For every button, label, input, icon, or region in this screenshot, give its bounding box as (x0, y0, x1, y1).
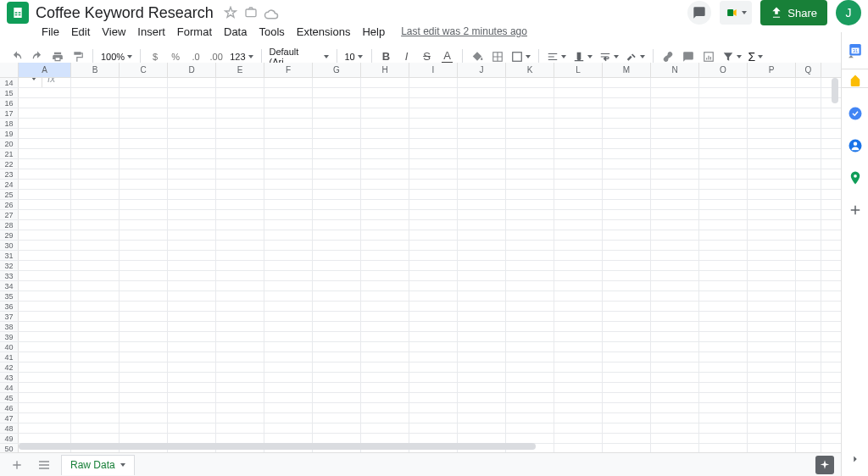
cell[interactable] (168, 261, 216, 270)
cell[interactable] (409, 230, 458, 240)
cell[interactable] (458, 271, 506, 280)
cell[interactable] (554, 434, 603, 443)
cell[interactable] (699, 88, 748, 97)
cell[interactable] (71, 413, 120, 423)
cell[interactable] (748, 139, 796, 148)
row-header[interactable]: 50 (0, 444, 19, 452)
cell[interactable] (264, 129, 313, 138)
cell[interactable] (651, 403, 699, 412)
cell[interactable] (264, 342, 313, 351)
cell[interactable] (216, 373, 264, 382)
cell[interactable] (71, 108, 120, 118)
cell[interactable] (168, 230, 216, 240)
cell[interactable] (313, 180, 361, 189)
cell[interactable] (506, 88, 554, 97)
cell[interactable] (603, 271, 651, 280)
row-header[interactable]: 39 (0, 332, 19, 341)
cell[interactable] (458, 190, 506, 199)
cell[interactable] (168, 149, 216, 158)
cell[interactable] (796, 220, 821, 230)
cell[interactable] (554, 373, 603, 382)
row-header[interactable]: 29 (0, 230, 19, 240)
cell[interactable] (458, 342, 506, 351)
cell[interactable] (796, 271, 821, 280)
cell[interactable] (168, 210, 216, 219)
cell[interactable] (19, 332, 71, 341)
cell[interactable] (796, 373, 821, 382)
horizontal-scrollbar[interactable] (19, 443, 831, 451)
cell[interactable] (361, 251, 409, 260)
cell[interactable] (19, 434, 71, 443)
cell[interactable] (216, 210, 264, 219)
more-formats-select[interactable]: 123 (226, 52, 256, 62)
cell[interactable] (603, 393, 651, 402)
cell[interactable] (409, 139, 458, 148)
cell[interactable] (71, 434, 120, 443)
cell[interactable] (651, 393, 699, 402)
cell[interactable] (748, 190, 796, 199)
cell[interactable] (168, 383, 216, 392)
cell[interactable] (168, 129, 216, 138)
cell[interactable] (120, 251, 168, 260)
cell[interactable] (120, 302, 168, 311)
cell[interactable] (554, 98, 603, 108)
cell[interactable] (168, 190, 216, 199)
cell[interactable] (313, 302, 361, 311)
cell[interactable] (651, 108, 699, 118)
cell[interactable] (313, 78, 361, 87)
cell[interactable] (361, 423, 409, 433)
cell[interactable] (361, 352, 409, 362)
cell[interactable] (264, 261, 313, 270)
cell[interactable] (19, 413, 71, 423)
cell[interactable] (71, 200, 120, 209)
cell[interactable] (506, 119, 554, 128)
cell[interactable] (19, 352, 71, 362)
cell[interactable] (603, 98, 651, 108)
comment-history-button[interactable] (687, 1, 711, 25)
cell[interactable] (506, 302, 554, 311)
cell[interactable] (216, 220, 264, 230)
cell[interactable] (554, 302, 603, 311)
cell[interactable] (361, 281, 409, 291)
cell[interactable] (699, 352, 748, 362)
cell[interactable] (506, 403, 554, 412)
cell[interactable] (361, 119, 409, 128)
cell[interactable] (19, 159, 71, 169)
column-header[interactable]: P (748, 63, 796, 77)
add-sheet-button[interactable] (7, 455, 27, 475)
cell[interactable] (603, 373, 651, 382)
cell[interactable] (264, 220, 313, 230)
cell[interactable] (603, 363, 651, 372)
cell[interactable] (361, 180, 409, 189)
row-header[interactable]: 26 (0, 200, 19, 209)
explore-button[interactable] (815, 456, 834, 474)
cell[interactable] (554, 159, 603, 169)
cell[interactable] (361, 149, 409, 158)
cell[interactable] (216, 149, 264, 158)
cell[interactable] (216, 190, 264, 199)
cell[interactable] (409, 200, 458, 209)
cell[interactable] (699, 261, 748, 270)
cell[interactable] (796, 180, 821, 189)
cell[interactable] (748, 149, 796, 158)
doc-title[interactable]: Coffee Keyword Research (36, 4, 214, 22)
cell[interactable] (796, 88, 821, 97)
cell[interactable] (19, 342, 71, 351)
calendar-icon[interactable]: 31 (847, 41, 864, 58)
cell[interactable] (71, 230, 120, 240)
cell[interactable] (458, 383, 506, 392)
cell[interactable] (796, 190, 821, 199)
last-edit-link[interactable]: Last edit was 2 minutes ago (401, 25, 527, 37)
cell[interactable] (409, 383, 458, 392)
cell[interactable] (796, 352, 821, 362)
cell[interactable] (216, 78, 264, 87)
cell[interactable] (361, 190, 409, 199)
cell[interactable] (168, 342, 216, 351)
cell[interactable] (796, 169, 821, 179)
row-header[interactable]: 40 (0, 342, 19, 351)
cell[interactable] (168, 200, 216, 209)
cell[interactable] (699, 190, 748, 199)
cell[interactable] (458, 149, 506, 158)
cell[interactable] (361, 302, 409, 311)
row-header[interactable]: 17 (0, 108, 19, 118)
